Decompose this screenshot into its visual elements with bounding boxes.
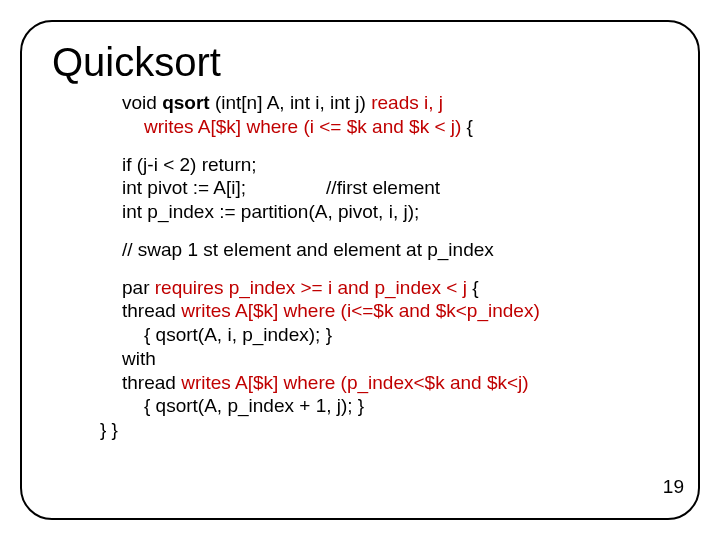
kw-void: void [122, 92, 162, 113]
swap-comment: // swap 1 st element and element at p_in… [122, 238, 668, 262]
params: (int[n] A, int i, int j) [210, 92, 372, 113]
fn-name: qsort [162, 92, 210, 113]
line-signature: void qsort (int[n] A, int i, int j) read… [122, 91, 668, 115]
line-thread1: thread writes A[$k] where (i<=$k and $k<… [122, 299, 668, 323]
code-block: void qsort (int[n] A, int i, int j) read… [52, 91, 668, 442]
line-writes: writes A[$k] where (i <= $k and $k < j) … [122, 115, 668, 139]
writes-clause: writes A[$k] where (i <= $k and $k < j) [144, 116, 461, 137]
reads-clause: reads i, j [371, 92, 443, 113]
thread2-writes: writes A[$k] where (p_index<$k and $k<j) [181, 372, 528, 393]
slide-title: Quicksort [52, 40, 668, 85]
page-number: 19 [663, 476, 684, 498]
line-par: par requires p_index >= i and p_index < … [122, 276, 668, 300]
line-partition: int p_index := partition(A, pivot, i, j)… [122, 200, 668, 224]
open-brace: { [461, 116, 473, 137]
thread1-writes: writes A[$k] where (i<=$k and $k<p_index… [181, 300, 540, 321]
line-pivot: int pivot := A[i];//first element [122, 176, 668, 200]
kw-thread2: thread [122, 372, 181, 393]
body-block-1: if (j-i < 2) return; int pivot := A[i];/… [122, 153, 668, 224]
line-thread2-body: { qsort(A, p_index + 1, j); } [122, 394, 668, 418]
pivot-assign: int pivot := A[i]; [122, 177, 246, 198]
par-block: par requires p_index >= i and p_index < … [122, 276, 668, 442]
pivot-comment: //first element [326, 177, 440, 198]
kw-thread1: thread [122, 300, 181, 321]
line-close: } } [100, 418, 668, 442]
line-thread2: thread writes A[$k] where (p_index<$k an… [122, 371, 668, 395]
requires-clause: requires p_index >= i and p_index < j [155, 277, 467, 298]
line-with: with [122, 347, 668, 371]
par-open-brace: { [467, 277, 479, 298]
kw-par: par [122, 277, 155, 298]
line-if: if (j-i < 2) return; [122, 153, 668, 177]
line-thread1-body: { qsort(A, i, p_index); } [122, 323, 668, 347]
slide-frame: Quicksort void qsort (int[n] A, int i, i… [20, 20, 700, 520]
